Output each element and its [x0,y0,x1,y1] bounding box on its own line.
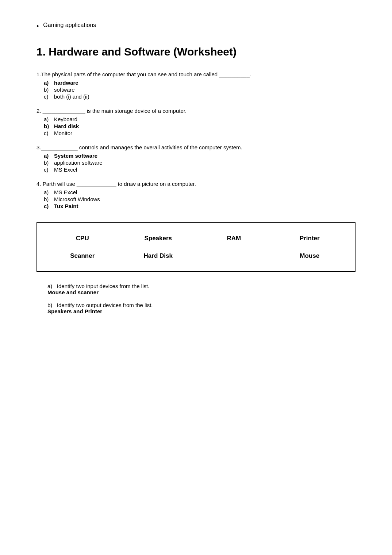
word-box-mouse: Mouse [272,247,348,265]
q1-answer-b: b) software [44,87,356,93]
question-4-text: 4. Parth will use _____________ to draw … [36,181,356,187]
q1-answer-c: c) both (i) and (ii) [44,93,356,100]
sub-answer-b: Speakers and Printer [47,308,356,314]
word-box-printer: Printer [272,230,348,247]
sub-question-a-text: a) Identify two input devices from the l… [47,283,356,289]
question-2-answers: a) Keyboard b) Hard disk c) Monitor [36,116,356,136]
q3-answer-b: b) application software [44,160,356,166]
word-box-speakers: Speakers [120,230,196,247]
q4-answer-c: c) Tux Paint [44,203,356,209]
word-box: CPU Speakers RAM Printer Scanner Hard Di… [36,222,356,272]
sub-answer-a: Mouse and scanner [47,289,356,295]
question-3-text: 3.____________ controls and manages the … [36,144,356,150]
sub-question-a: a) Identify two input devices from the l… [47,283,356,295]
bullet-text: Gaming applications [43,22,96,28]
q2-answer-a: a) Keyboard [44,116,356,122]
word-box-empty [196,247,272,265]
q2-answer-b: b) Hard disk [44,123,356,129]
q3-answer-a: a) System software [44,153,356,159]
question-1-text: 1.The physical parts of the computer tha… [36,71,356,77]
word-box-scanner: Scanner [45,247,120,265]
sub-questions: a) Identify two input devices from the l… [36,283,356,314]
question-4: 4. Parth will use _____________ to draw … [36,181,356,209]
question-3: 3.____________ controls and manages the … [36,144,356,173]
question-3-answers: a) System software b) application softwa… [36,153,356,173]
bullet-section: • Gaming applications [36,22,356,31]
question-2: 2. ______________ is the main storage de… [36,108,356,136]
word-box-hard-disk: Hard Disk [120,247,196,265]
sub-question-b: b) Identify two output devices from the … [47,302,356,314]
q2-answer-c: c) Monitor [44,130,356,136]
bullet-dot: • [36,22,39,31]
sub-question-b-text: b) Identify two output devices from the … [47,302,356,308]
question-2-text: 2. ______________ is the main storage de… [36,108,356,114]
q3-answer-c: c) MS Excel [44,166,356,173]
question-1-answers: a) hardware b) software c) both (i) and … [36,80,356,100]
question-4-answers: a) MS Excel b) Microsoft Windows c) Tux … [36,189,356,209]
page-title: 1. Hardware and Software (Worksheet) [36,46,356,58]
word-box-cpu: CPU [45,230,120,247]
bullet-item: • Gaming applications [36,22,356,31]
q4-answer-b: b) Microsoft Windows [44,196,356,202]
q4-answer-a: a) MS Excel [44,189,356,195]
word-box-ram: RAM [196,230,272,247]
question-1: 1.The physical parts of the computer tha… [36,71,356,100]
q1-answer-a: a) hardware [44,80,356,86]
